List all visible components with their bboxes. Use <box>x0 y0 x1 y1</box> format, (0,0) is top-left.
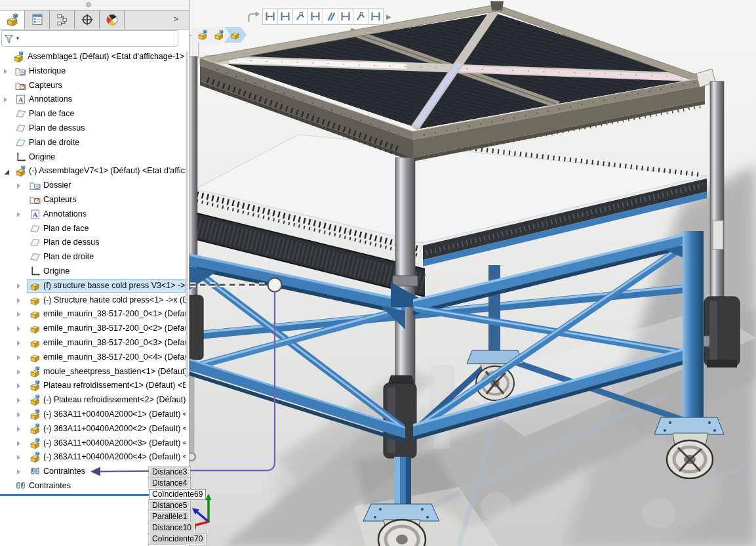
tree-item[interactable]: Origine <box>0 150 186 165</box>
assembly-icon <box>15 165 26 177</box>
tree-item[interactable]: emile_maurin_38-517-200_0<1> (Defaul <box>0 307 186 322</box>
tree-item[interactable]: (-) Plateau refroidissement<2> (Défaut) <box>0 393 186 408</box>
tree-item[interactable]: (-) 363A11+00400A2000<3> (Default) <E <box>0 436 186 451</box>
distance-mate-button[interactable] <box>368 8 384 25</box>
solidworks-window: > ▼ Assemblage1 (Défaut) <Etat d'afficha… <box>0 0 756 546</box>
mate-callout-item[interactable]: Coïncidente70 <box>149 534 206 545</box>
part-icon <box>30 352 41 363</box>
filter-caret-icon[interactable]: ▼ <box>15 35 20 41</box>
tree-item[interactable]: Historique <box>0 64 186 79</box>
expand-arrow-icon[interactable] <box>4 69 7 74</box>
mate-callout-item[interactable]: Distance4 <box>149 478 190 489</box>
tree-item-label: Plan de dessus <box>43 238 99 247</box>
mates-icon <box>30 466 41 477</box>
parallel-mate-button[interactable] <box>323 8 338 25</box>
tree-item[interactable]: Plan de droite <box>0 136 186 150</box>
tree-item[interactable]: Plan de face <box>0 222 186 236</box>
distance-mate-button[interactable] <box>308 8 323 25</box>
tree-filter[interactable]: ▼ <box>1 30 178 47</box>
mate-callout-item[interactable]: Coïncidente69 <box>149 489 206 500</box>
mate-callout-item[interactable]: Distance5 <box>149 500 190 511</box>
manager-tab-displaymanager[interactable] <box>100 10 125 29</box>
tree-item[interactable]: Assemblage1 (Défaut) <Etat d'affichage-1… <box>0 50 186 64</box>
tree-item[interactable]: (-) AssemblageV7<1> (Défaut) <Etat d'aff… <box>0 164 186 178</box>
jump-arrow-icon[interactable] <box>244 8 261 25</box>
expand-arrow-icon[interactable] <box>17 312 20 317</box>
dimxpertmanager-icon <box>81 13 94 26</box>
tree-item[interactable]: (-) 363A11+00400A2000<2> (Default) <E <box>0 422 186 436</box>
tree-item-label: Plateau refroidissement<1> (Défaut) <E <box>43 381 186 390</box>
tree-item[interactable]: moule_sheetpress_bastien<1> (Défaut) <box>0 365 186 379</box>
tree-item[interactable]: (-) 363A11+00400A2000<1> (Default) <E <box>0 408 186 422</box>
tree-item-label: Annotations <box>29 94 72 104</box>
configurationmanager-icon <box>56 13 69 26</box>
tree-item-label: (f) structure basse cold press V3<1> -> … <box>43 281 186 290</box>
expand-arrow-icon[interactable] <box>17 369 20 375</box>
tree-item[interactable]: AAnnotations <box>0 207 186 222</box>
distance-mate-button[interactable] <box>338 8 353 25</box>
distance-mate-button[interactable] <box>262 8 278 25</box>
manager-tab-dimxpertmanager[interactable] <box>75 10 100 29</box>
tree-item[interactable]: AAnnotations <box>0 93 186 107</box>
tree-item-label: Plan de droite <box>43 252 94 261</box>
tree-item-label: Contraintes <box>43 467 85 476</box>
manager-tab-configurationmanager[interactable] <box>50 10 75 29</box>
expand-arrow-icon[interactable] <box>4 97 7 102</box>
tabs-overflow-chevron-icon[interactable]: > <box>173 13 178 25</box>
expand-arrow-icon[interactable] <box>17 326 20 331</box>
tree-item[interactable]: Plan de face <box>0 107 186 121</box>
panel-resize-handle[interactable] <box>0 0 189 10</box>
expand-arrow-icon[interactable] <box>17 298 20 303</box>
manager-tab-bar <box>0 10 189 30</box>
filter-funnel-icon[interactable] <box>4 33 14 44</box>
tree-item[interactable]: Plan de dessus <box>0 236 186 250</box>
manager-tab-featuremanager-tree[interactable] <box>0 10 25 29</box>
tree-item[interactable]: emile_maurin_38-517-200_0<3> (Defaul <box>0 336 186 350</box>
tree-item[interactable]: Capteurs <box>0 79 186 93</box>
filter-input[interactable] <box>20 32 178 45</box>
expand-arrow-icon[interactable] <box>17 355 20 360</box>
tree-item-label: emile_maurin_38-517-200_0<4> (Defaul <box>43 352 186 362</box>
coincident-mate-button[interactable] <box>292 8 308 25</box>
expand-arrow-icon[interactable] <box>17 383 20 388</box>
expand-arrow-icon[interactable] <box>17 398 20 403</box>
tree-item[interactable]: Plan de droite <box>0 250 186 264</box>
top-frame[interactable] <box>200 1 715 161</box>
tree-item[interactable]: (-) Structure haute cold press<1> ->x (D <box>0 293 186 308</box>
expand-arrow-icon[interactable] <box>17 469 20 474</box>
tree-scrollbar[interactable] <box>186 51 188 378</box>
tree-item[interactable]: Plan de dessus <box>0 121 186 136</box>
toolbar-more-chevron-icon[interactable]: ▶ <box>386 13 391 20</box>
tree-item[interactable]: Dossier <box>0 178 186 193</box>
tree-item[interactable]: emile_maurin_38-517-200_0<4> (Defaul <box>0 350 186 365</box>
tree-item[interactable]: Capteurs <box>0 193 186 207</box>
tree-item-label: Annotations <box>43 209 87 219</box>
expand-arrow-icon[interactable] <box>17 441 20 446</box>
tree-item-label: Plan de face <box>43 224 89 233</box>
coincident-mate-button[interactable] <box>353 8 368 25</box>
part-icon <box>30 308 41 320</box>
tree-item[interactable]: Plateau refroidissement<1> (Défaut) <E <box>0 379 186 393</box>
tree-item-label: (-) AssemblageV7<1> (Défaut) <Etat d'aff… <box>29 166 186 175</box>
tree-item-label: Origine <box>43 266 70 276</box>
collapse-arrow-icon[interactable] <box>4 169 9 175</box>
distance-mate-button[interactable] <box>277 8 293 25</box>
mate-callout-item[interactable]: Distance3 <box>149 467 190 478</box>
expand-arrow-icon[interactable] <box>17 341 20 346</box>
expand-arrow-icon[interactable] <box>17 427 20 432</box>
expand-arrow-icon[interactable] <box>17 455 20 460</box>
toolbox-part-icon <box>30 438 41 449</box>
expand-arrow-icon[interactable] <box>17 212 20 217</box>
tree-item[interactable]: (f) structure basse cold press V3<1> -> … <box>0 279 186 293</box>
manager-tab-propertymanager[interactable] <box>25 10 50 29</box>
plane-icon <box>15 137 26 148</box>
tree-item[interactable]: emile_maurin_38-517-200_0<2> (Defaul <box>0 322 186 336</box>
expand-arrow-icon[interactable] <box>17 284 20 289</box>
mate-callout-item[interactable]: Distance10 <box>149 522 195 534</box>
mate-callout-item[interactable]: Parallèle1 <box>149 511 190 522</box>
tree-item-label: Assemblage1 (Défaut) <Etat d'affichage-1… <box>28 52 184 61</box>
expand-arrow-icon[interactable] <box>17 412 20 417</box>
tree-item[interactable]: Origine <box>0 264 186 279</box>
expand-arrow-icon[interactable] <box>17 183 20 188</box>
tree-item[interactable]: (-) 363A11+00400A2000<4> (Default) <E <box>0 450 186 465</box>
